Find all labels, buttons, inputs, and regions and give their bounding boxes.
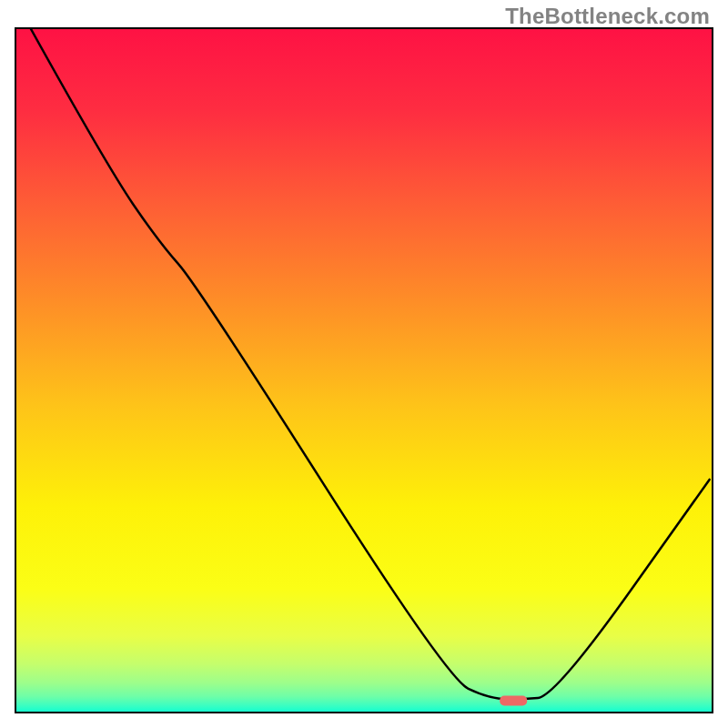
plot-frame (15, 27, 713, 713)
attribution-text: TheBottleneck.com (505, 4, 710, 29)
chart-canvas (16, 29, 712, 712)
gradient-background (16, 29, 712, 712)
optimal-point-marker (500, 695, 527, 705)
